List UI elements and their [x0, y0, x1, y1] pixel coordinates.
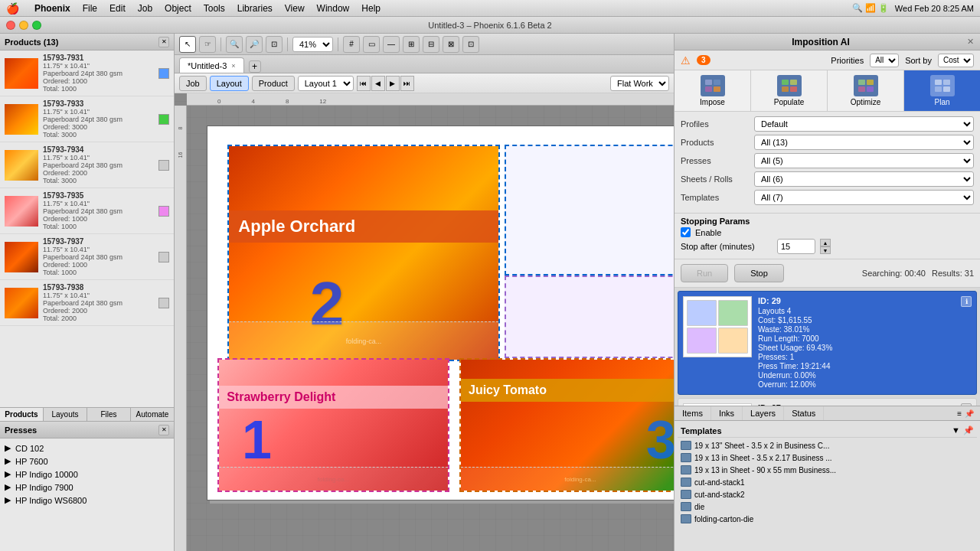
panel-close-btn[interactable]: ✕ — [158, 37, 169, 47]
tab-inks[interactable]: Inks — [711, 406, 743, 420]
job-button[interactable]: Job — [179, 76, 207, 91]
menu-window[interactable]: Window — [317, 3, 350, 14]
select-tool[interactable]: ↖ — [179, 36, 196, 53]
list-item[interactable]: ▶ HP Indigo 7900 — [5, 481, 169, 494]
list-item[interactable]: 15793-7933 11.75" x 10.41" Paperboard 24… — [0, 96, 174, 142]
product-box-strawberry[interactable]: Strawberry Delight 1 folding-ca... — [217, 358, 449, 493]
presses-close-btn[interactable]: ✕ — [158, 425, 169, 435]
sheets-select[interactable]: All (6) — [754, 171, 974, 187]
zoom-in-tool[interactable]: 🔍 — [226, 36, 243, 53]
list-item[interactable]: 15793-7938 11.75" x 10.41" Paperboard 24… — [0, 280, 174, 326]
list-item[interactable]: ▶ HP 7600 — [5, 455, 169, 468]
menu-edit[interactable]: Edit — [109, 3, 126, 14]
plan-btn[interactable]: Plan — [904, 70, 980, 111]
template-item[interactable]: 19 x 13 in Sheet - 90 x 55 mm Business..… — [678, 464, 977, 476]
product-total: Total: 3000 — [43, 177, 154, 184]
spin-up[interactable]: ▲ — [820, 239, 831, 246]
profiles-select[interactable]: Default — [754, 116, 974, 132]
tab-layers[interactable]: Layers — [743, 406, 784, 420]
close-button[interactable] — [6, 21, 15, 30]
list-item[interactable]: ▶ HP Indigo WS6800 — [5, 494, 169, 507]
tab-layouts[interactable]: Layouts — [44, 408, 87, 421]
populate-btn[interactable]: Populate — [751, 70, 828, 111]
zoom-select[interactable]: 41% — [292, 37, 333, 52]
imp-close-btn[interactable]: ✕ — [967, 37, 974, 47]
presses-form-select[interactable]: All (5) — [754, 153, 974, 168]
template-item[interactable]: die — [678, 500, 977, 513]
layout-select[interactable]: Layout 1 — [298, 76, 354, 91]
product-button[interactable]: Product — [252, 76, 295, 91]
menu-object[interactable]: Object — [165, 3, 191, 14]
apple-menu[interactable]: 🍎 — [6, 2, 19, 15]
crop-tool[interactable]: ⊡ — [266, 36, 283, 53]
svg-rect-9 — [867, 80, 874, 85]
zoom-out-tool[interactable]: 🔎 — [246, 36, 263, 53]
menu-view[interactable]: View — [285, 3, 305, 14]
tab-status[interactable]: Status — [784, 406, 824, 420]
nav-first[interactable]: ⏮ — [357, 76, 371, 91]
run-button[interactable]: Run — [681, 264, 728, 282]
doc-tab-untitled[interactable]: *Untitled-3 × — [179, 57, 244, 73]
templates-form-select[interactable]: All (7) — [754, 190, 974, 205]
stop-after-spinner[interactable]: ▲ ▼ — [820, 239, 831, 254]
menu-help[interactable]: Help — [361, 3, 381, 14]
menu-job[interactable]: Job — [138, 3, 152, 14]
table3-tool[interactable]: ⊠ — [443, 36, 459, 53]
table4-tool[interactable]: ⊡ — [462, 36, 479, 53]
table-tool[interactable]: ⊞ — [403, 36, 420, 53]
list-item[interactable]: 15793-7931 11.75" x 10.41" Paperboard 24… — [0, 51, 174, 96]
app-name[interactable]: Phoenix — [34, 3, 70, 14]
grid-tool[interactable]: # — [343, 36, 360, 53]
window-controls[interactable] — [6, 21, 41, 30]
enable-checkbox[interactable] — [681, 227, 691, 237]
work-mode-select[interactable]: Flat Work — [610, 76, 669, 91]
products-form-select[interactable]: All (13) — [754, 135, 974, 150]
template-item[interactable]: cut-and-stack2 — [678, 488, 977, 500]
nav-prev[interactable]: ◀ — [371, 76, 385, 91]
product-box-apple[interactable]: Apple Orchard 2 folding-ca... — [227, 145, 499, 361]
tab-items[interactable]: Items — [675, 406, 711, 420]
template-item[interactable]: 19 x 13" Sheet - 3.5 x 2 in Business C..… — [678, 439, 977, 452]
menu-file[interactable]: File — [83, 3, 97, 14]
template-item[interactable]: folding-carton-die — [678, 513, 977, 525]
menu-libraries[interactable]: Libraries — [237, 3, 273, 14]
impose-btn[interactable]: Impose — [675, 70, 751, 111]
doc-tab-close[interactable]: × — [231, 62, 235, 70]
template-item[interactable]: cut-and-stack1 — [678, 476, 977, 488]
pointer-tool[interactable]: ☞ — [199, 36, 216, 53]
nav-next[interactable]: ▶ — [386, 76, 400, 91]
list-item[interactable]: ▶ CD 102 — [5, 442, 169, 455]
collapse-btn[interactable]: ≡ — [957, 409, 962, 418]
result-item[interactable]: ID: 29 ℹ Layouts 4 Cost: $1,615.55 Waste… — [678, 291, 977, 395]
product-box-tomato[interactable]: Juicy Tomato 3 folding-ca... — [459, 358, 674, 493]
spin-down[interactable]: ▼ — [820, 246, 831, 254]
product-placeholder-1 — [505, 145, 674, 276]
layout-button[interactable]: Layout — [210, 76, 249, 91]
tab-products[interactable]: Products — [0, 408, 44, 421]
sort-by-select[interactable]: Cost — [938, 54, 974, 67]
pin-icon[interactable]: 📌 — [963, 425, 974, 435]
collapse-icon[interactable]: ▼ — [952, 425, 960, 435]
stop-button[interactable]: Stop — [734, 264, 784, 282]
tab-automate[interactable]: Automate — [131, 408, 174, 421]
nav-last[interactable]: ⏭ — [400, 76, 414, 91]
maximize-button[interactable] — [32, 21, 41, 30]
list-item[interactable]: 15793-7935 11.75" x 10.41" Paperboard 24… — [0, 188, 174, 234]
optimize-btn[interactable]: Optimize — [828, 70, 904, 111]
line-tool[interactable]: — — [383, 36, 400, 53]
menu-tools[interactable]: Tools — [204, 3, 225, 14]
template-item[interactable]: 19 x 13 in Sheet - 3.5 x 2.17 Business .… — [678, 452, 977, 464]
tab-files[interactable]: Files — [87, 408, 131, 421]
stop-after-input[interactable]: 15 — [777, 239, 815, 254]
list-item[interactable]: 15793-7937 11.75" x 10.41" Paperboard 24… — [0, 234, 174, 280]
list-item[interactable]: 15793-7934 11.75" x 10.41" Paperboard 24… — [0, 142, 174, 188]
table2-tool[interactable]: ⊟ — [423, 36, 439, 53]
rect-tool[interactable]: ▭ — [363, 36, 380, 53]
result-item[interactable]: ID: 27 ℹ Layouts: 4 Cost: $1,615.55 Wast… — [678, 398, 977, 406]
minimize-button[interactable] — [19, 21, 28, 30]
list-item[interactable]: ▶ HP Indigo 10000 — [5, 468, 169, 481]
new-tab-button[interactable]: + — [249, 60, 261, 73]
pin-btn[interactable]: 📌 — [965, 409, 974, 418]
result-info-icon[interactable]: ℹ — [961, 296, 972, 307]
priorities-select[interactable]: All — [870, 54, 899, 67]
